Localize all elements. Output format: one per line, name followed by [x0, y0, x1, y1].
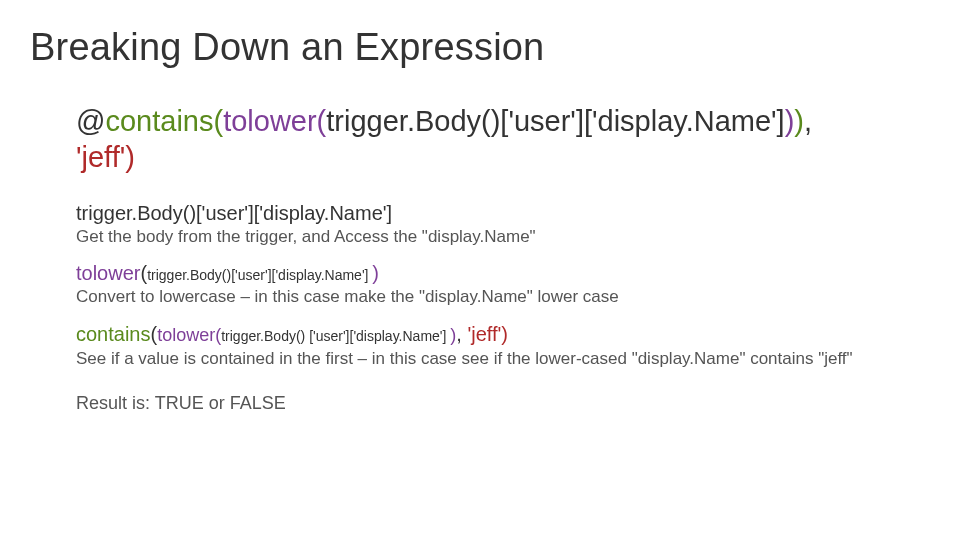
expr-contains-close: ) — [794, 105, 804, 137]
fragment: trigger.Body — [76, 202, 183, 224]
part-desc: Convert to lowercase – in this case make… — [76, 286, 929, 309]
fragment: ()['user']['display.Name'] — [183, 202, 392, 224]
breakdown-part-trigger: trigger.Body()['user']['display.Name'] G… — [76, 200, 929, 249]
expr-jeff: 'jeff') — [76, 141, 135, 173]
expr-contains-open: contains( — [105, 105, 223, 137]
part-head: tolower(trigger.Body()['user']['display.… — [76, 260, 929, 286]
slide: Breaking Down an Expression @contains(to… — [0, 0, 979, 551]
part-desc: Get the body from the trigger, and Acces… — [76, 226, 929, 249]
expr-trigger: trigger.Body()['user']['display.Name'] — [326, 105, 784, 137]
expr-tolower-close: ) — [785, 105, 795, 137]
expr-comma: , — [804, 105, 812, 137]
slide-content: @contains(tolower(trigger.Body()['user']… — [30, 103, 949, 414]
slide-title: Breaking Down an Expression — [30, 26, 949, 69]
part-head: trigger.Body()['user']['display.Name'] — [76, 200, 929, 226]
fragment: trigger.Body()['user']['display.Name'] — [147, 267, 372, 283]
fragment: 'jeff') — [462, 323, 508, 345]
fragment: tolower( — [157, 325, 221, 345]
full-expression: @contains(tolower(trigger.Body()['user']… — [76, 103, 929, 176]
part-head: contains(tolower(trigger.Body() ['user']… — [76, 321, 929, 347]
expr-at: @ — [76, 105, 105, 137]
part-desc: See if a value is contained in the first… — [76, 348, 929, 371]
fragment: contains — [76, 323, 151, 345]
fragment: ) — [372, 262, 379, 284]
fragment: trigger.Body() ['user']['display.Name'] — [221, 328, 450, 344]
breakdown-part-tolower: tolower(trigger.Body()['user']['display.… — [76, 260, 929, 309]
expr-tolower-open: tolower( — [223, 105, 326, 137]
result-text: Result is: TRUE or FALSE — [76, 393, 929, 414]
fragment: tolower — [76, 262, 140, 284]
breakdown-part-contains: contains(tolower(trigger.Body() ['user']… — [76, 321, 929, 370]
